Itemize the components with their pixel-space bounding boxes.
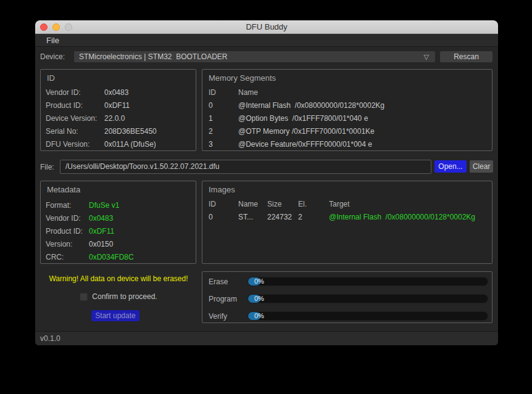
segment-id: 0 bbox=[209, 101, 238, 111]
menubar: File bbox=[35, 34, 498, 47]
program-progressbar: 0% bbox=[247, 294, 488, 303]
titlebar: DFU Buddy bbox=[35, 20, 498, 34]
segment-name: @OTP Memory /0x1FFF7000/01*0001Ke bbox=[238, 127, 487, 137]
device-version-value: 22.0.0 bbox=[104, 114, 192, 124]
program-progress-row: Program 0% bbox=[209, 294, 487, 304]
rescan-button[interactable]: Rescan bbox=[440, 51, 493, 62]
crc-value: 0xD034FD8C bbox=[89, 253, 192, 263]
id-row: Serial No: 208D36BE5450 bbox=[46, 127, 192, 137]
program-label: Program bbox=[209, 294, 237, 304]
images-title: Images bbox=[209, 185, 235, 194]
confirm-checkbox[interactable] bbox=[80, 293, 88, 301]
meta-version-value: 0x0150 bbox=[89, 240, 192, 250]
vendor-id-label: Vendor ID: bbox=[46, 88, 104, 98]
open-button[interactable]: Open... bbox=[434, 160, 467, 173]
meta-product-id-value: 0xDF11 bbox=[89, 227, 192, 237]
clear-button[interactable]: Clear bbox=[470, 160, 493, 173]
confirm-row: Confirm to proceed. bbox=[35, 292, 202, 302]
metadata-title: Metadata bbox=[47, 185, 80, 194]
segment-id: 1 bbox=[209, 114, 238, 124]
verify-progress-row: Verify 0% bbox=[209, 311, 487, 321]
erase-progress-value: 0% bbox=[254, 277, 264, 285]
meta-version-label: Version: bbox=[46, 240, 89, 250]
crc-label: CRC: bbox=[46, 253, 89, 263]
id-groupbox: ID Vendor ID: 0x0483 Product ID: 0xDF11 … bbox=[40, 69, 196, 151]
metadata-groupbox: Metadata Format: DfuSe v1 Vendor ID: 0x0… bbox=[40, 181, 196, 264]
col-id: ID bbox=[209, 88, 238, 98]
verify-label: Verify bbox=[209, 311, 227, 321]
vendor-id-value: 0x0483 bbox=[104, 88, 192, 98]
memory-segment-row[interactable]: 3 @Device Feature/0xFFFF0000/01*004 e bbox=[209, 140, 487, 150]
file-label: File: bbox=[40, 161, 54, 173]
memory-segment-row[interactable]: 1 @Option Bytes /0x1FFF7800/01*040 e bbox=[209, 114, 487, 124]
memory-segments-groupbox: Memory Segments ID Name 0 @Internal Flas… bbox=[202, 69, 493, 151]
device-select[interactable]: STMicroelectronics | STM32 BOOTLOADER ▽ bbox=[74, 51, 435, 62]
col-name: Name bbox=[238, 88, 487, 98]
erase-warning-text: Warning! All data on device will be eras… bbox=[35, 274, 202, 283]
col-el: El. bbox=[298, 200, 329, 210]
segment-id: 3 bbox=[209, 140, 238, 150]
format-label: Format: bbox=[46, 201, 89, 211]
id-groupbox-title: ID bbox=[47, 73, 55, 83]
statusbar: v0.1.0 bbox=[35, 331, 498, 345]
file-path-field[interactable]: /Users/olli/Desktop/Tooro.v1.50.22.07.20… bbox=[60, 160, 431, 174]
format-value: DfuSe v1 bbox=[89, 201, 192, 211]
segment-name: @Internal Flash /0x08000000/0128*0002Kg bbox=[238, 101, 487, 111]
col-target: Target bbox=[329, 200, 487, 210]
serial-no-value: 208D36BE5450 bbox=[104, 127, 192, 137]
id-row: DFU Version: 0x011A (DfuSe) bbox=[46, 140, 192, 150]
image-row[interactable]: 0 ST... 224732 2 @Internal Flash /0x0800… bbox=[209, 213, 487, 223]
image-target: @Internal Flash /0x08000000/0128*0002Kg bbox=[329, 213, 487, 223]
serial-no-label: Serial No: bbox=[46, 127, 104, 137]
id-row: Vendor ID: 0x0483 bbox=[46, 88, 192, 98]
verify-progressbar: 0% bbox=[247, 311, 488, 321]
segment-name: @Device Feature/0xFFFF0000/01*004 e bbox=[238, 140, 487, 150]
device-selected-value: STMicroelectronics | STM32 BOOTLOADER bbox=[79, 51, 228, 62]
confirm-label: Confirm to proceed. bbox=[92, 292, 157, 301]
image-el: 2 bbox=[298, 213, 329, 223]
memory-segment-row[interactable]: 0 @Internal Flash /0x08000000/0128*0002K… bbox=[209, 101, 487, 111]
erase-progress-row: Erase 0% bbox=[209, 277, 487, 287]
image-id: 0 bbox=[209, 213, 238, 223]
segment-id: 2 bbox=[209, 127, 238, 137]
segment-name: @Option Bytes /0x1FFF7800/01*040 e bbox=[238, 114, 487, 124]
metadata-row: Format: DfuSe v1 bbox=[46, 201, 192, 211]
images-groupbox: Images ID Name Size El. Target 0 ST... 2… bbox=[202, 181, 493, 264]
meta-vendor-id-label: Vendor ID: bbox=[46, 214, 89, 224]
images-header: ID Name Size El. Target bbox=[209, 200, 487, 210]
progress-groupbox: Erase 0% Program 0% Verify 0% bbox=[202, 271, 493, 323]
meta-vendor-id-value: 0x0483 bbox=[89, 214, 192, 224]
metadata-row: CRC: 0xD034FD8C bbox=[46, 253, 192, 263]
window-title: DFU Buddy bbox=[35, 20, 498, 34]
verify-progress-value: 0% bbox=[254, 312, 264, 320]
col-id: ID bbox=[209, 200, 238, 210]
product-id-label: Product ID: bbox=[46, 101, 104, 111]
dfu-version-label: DFU Version: bbox=[46, 140, 104, 150]
chevron-down-icon: ▽ bbox=[424, 51, 429, 62]
product-id-value: 0xDF11 bbox=[104, 101, 192, 111]
memory-segment-row[interactable]: 2 @OTP Memory /0x1FFF7000/01*0001Ke bbox=[209, 127, 487, 137]
metadata-row: Version: 0x0150 bbox=[46, 240, 192, 250]
dfu-version-value: 0x011A (DfuSe) bbox=[104, 140, 192, 150]
erase-label: Erase bbox=[209, 277, 228, 287]
col-name: Name bbox=[238, 200, 267, 210]
file-path-value: /Users/olli/Desktop/Tooro.v1.50.22.07.20… bbox=[65, 160, 219, 173]
device-label: Device: bbox=[40, 51, 65, 62]
start-update-button[interactable]: Start update bbox=[91, 310, 139, 321]
memory-segments-title: Memory Segments bbox=[209, 73, 276, 83]
image-name: ST... bbox=[238, 213, 267, 223]
metadata-row: Vendor ID: 0x0483 bbox=[46, 214, 192, 224]
id-row: Device Version: 22.0.0 bbox=[46, 114, 192, 124]
image-size: 224732 bbox=[267, 213, 298, 223]
erase-progressbar: 0% bbox=[247, 277, 488, 286]
metadata-row: Product ID: 0xDF11 bbox=[46, 227, 192, 237]
menu-file[interactable]: File bbox=[43, 34, 63, 47]
program-progress-value: 0% bbox=[254, 295, 264, 303]
memory-segments-header: ID Name bbox=[209, 88, 487, 98]
col-size: Size bbox=[267, 200, 298, 210]
id-row: Product ID: 0xDF11 bbox=[46, 101, 192, 111]
meta-product-id-label: Product ID: bbox=[46, 227, 89, 237]
device-version-label: Device Version: bbox=[46, 114, 104, 124]
app-version: v0.1.0 bbox=[40, 332, 60, 345]
dfu-buddy-window: DFU Buddy File Device: STMicroelectronic… bbox=[35, 20, 498, 345]
